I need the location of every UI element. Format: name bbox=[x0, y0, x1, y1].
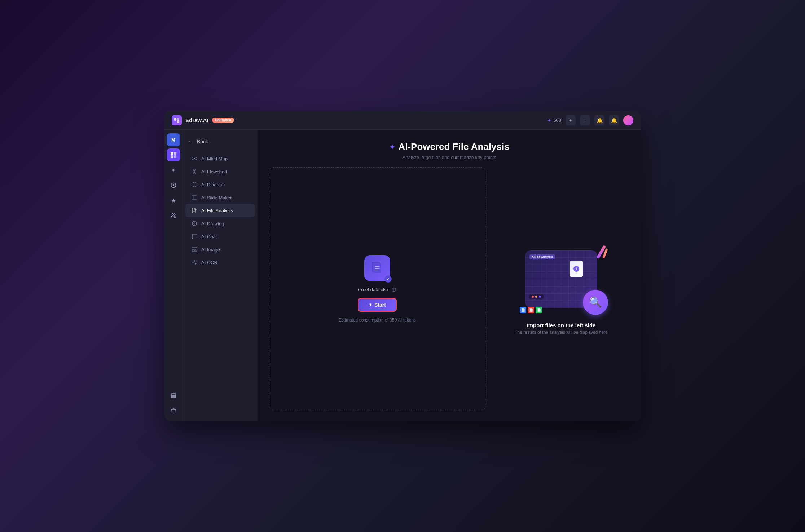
topbar: Edraw.AI Unlimited ✦ 500 + ↑ 🔔 🔔 bbox=[164, 111, 641, 130]
nav-item-ai-drawing[interactable]: AI Drawing bbox=[185, 217, 255, 230]
nav-item-ai-mind-map[interactable]: AI Mind Map bbox=[185, 152, 255, 165]
ai-ocr-icon bbox=[191, 259, 198, 266]
sidebar-icon-star[interactable]: ★ bbox=[167, 194, 180, 207]
app-logo bbox=[172, 115, 182, 125]
preview-subtitle: The results of the analysis will be disp… bbox=[515, 330, 607, 335]
svg-rect-0 bbox=[174, 118, 176, 121]
ai-diagram-icon bbox=[191, 181, 198, 188]
illus-doc-icon: + bbox=[570, 261, 583, 277]
content-panels: ✓ excel data.xlsx 🗑 ✦ Start Estimated co… bbox=[258, 167, 641, 421]
filename-row: excel data.xlsx 🗑 bbox=[358, 287, 396, 292]
filename-text: excel data.xlsx bbox=[358, 287, 389, 292]
nav-label-ai-drawing: AI Drawing bbox=[201, 221, 224, 226]
svg-rect-42 bbox=[373, 263, 381, 273]
svg-rect-4 bbox=[174, 152, 176, 155]
nav-label-ai-mind-map: AI Mind Map bbox=[201, 156, 228, 161]
notification-button[interactable]: 🔔 bbox=[594, 115, 604, 125]
preview-illustration: AI File Analysis + bbox=[514, 243, 608, 315]
ai-drawing-icon bbox=[191, 220, 198, 227]
svg-rect-2 bbox=[177, 118, 179, 120]
svg-rect-37 bbox=[195, 260, 197, 262]
user-initial-button[interactable]: M bbox=[167, 133, 180, 146]
nav-label-ai-diagram: AI Diagram bbox=[201, 182, 225, 187]
ai-flowchart-icon bbox=[191, 168, 198, 175]
dot-red bbox=[532, 296, 534, 298]
svg-line-21 bbox=[195, 159, 196, 160]
topbar-left: Edraw.AI Unlimited bbox=[172, 115, 234, 125]
file-icon-wrapper: ✓ bbox=[364, 255, 390, 281]
bell-button[interactable]: 🔔 bbox=[609, 115, 619, 125]
dot-orange bbox=[535, 296, 537, 298]
unlimited-badge: Unlimited bbox=[212, 118, 234, 123]
preview-title: Import files on the left side bbox=[515, 322, 607, 328]
ai-mind-map-icon bbox=[191, 155, 198, 162]
nav-item-ai-slide-maker[interactable]: AI Slide Maker bbox=[185, 191, 255, 204]
sidebar-icon-ai-tools[interactable] bbox=[167, 148, 180, 161]
page-subtitle: Analyze large files and summarize key po… bbox=[265, 155, 633, 160]
svg-line-18 bbox=[193, 158, 194, 159]
svg-rect-36 bbox=[192, 260, 194, 262]
ai-chat-icon bbox=[191, 233, 198, 240]
sidebar-icon-clock[interactable] bbox=[167, 179, 180, 192]
svg-rect-10 bbox=[171, 394, 176, 395]
svg-point-8 bbox=[172, 214, 173, 216]
svg-rect-23 bbox=[193, 173, 195, 174]
svg-marker-25 bbox=[194, 172, 195, 172]
nav-item-ai-chat[interactable]: AI Chat bbox=[185, 230, 255, 243]
illus-doc-plus-icon: + bbox=[573, 266, 579, 272]
svg-rect-11 bbox=[171, 395, 176, 397]
file-dot-blue: 📄 bbox=[520, 307, 526, 313]
nav-label-ai-file-analysis: AI File Analysis bbox=[201, 208, 233, 213]
icon-sidebar: M ✦ ★ bbox=[164, 130, 182, 421]
title-text: AI-Powered File Analysis bbox=[398, 141, 509, 152]
svg-rect-6 bbox=[174, 155, 176, 158]
nav-item-ai-flowchart[interactable]: AI Flowchart bbox=[185, 165, 255, 178]
user-avatar[interactable] bbox=[623, 115, 633, 125]
back-button[interactable]: ← Back bbox=[182, 136, 258, 148]
svg-point-32 bbox=[192, 221, 197, 226]
nav-sidebar: ← Back AI Mi bbox=[182, 130, 258, 421]
preview-panel: AI File Analysis + bbox=[493, 167, 630, 410]
page-title: ✦ AI-Powered File Analysis bbox=[265, 141, 633, 152]
file-check-icon: ✓ bbox=[384, 275, 392, 283]
svg-point-33 bbox=[194, 223, 195, 224]
svg-rect-29 bbox=[192, 208, 195, 213]
svg-rect-12 bbox=[171, 397, 176, 398]
content-area: ✦ AI-Powered File Analysis Analyze large… bbox=[258, 130, 641, 421]
title-sparkle-icon: ✦ bbox=[389, 143, 395, 151]
svg-point-16 bbox=[192, 159, 193, 160]
svg-rect-34 bbox=[192, 247, 197, 252]
upload-panel[interactable]: ✓ excel data.xlsx 🗑 ✦ Start Estimated co… bbox=[269, 167, 485, 410]
file-dot-red: 📄 bbox=[528, 307, 534, 313]
token-icon: ✦ bbox=[547, 118, 551, 123]
ai-image-icon bbox=[191, 246, 198, 253]
token-number: 500 bbox=[553, 118, 561, 123]
nav-label-ai-slide-maker: AI Slide Maker bbox=[201, 195, 232, 200]
ai-file-analysis-icon bbox=[191, 207, 198, 214]
start-button-icon: ✦ bbox=[369, 302, 372, 307]
illus-files-row: 📄 📄 📄 bbox=[520, 307, 542, 313]
sidebar-icon-sparkle[interactable]: ✦ bbox=[167, 164, 180, 177]
svg-marker-26 bbox=[192, 182, 197, 187]
content-header: ✦ AI-Powered File Analysis Analyze large… bbox=[258, 130, 641, 167]
preview-text-block: Import files on the left side The result… bbox=[515, 322, 607, 335]
ai-slide-maker-icon bbox=[191, 194, 198, 201]
share-button[interactable]: ↑ bbox=[580, 115, 590, 125]
svg-point-15 bbox=[196, 157, 197, 158]
illus-label: AI File Analysis bbox=[529, 254, 555, 259]
sidebar-icon-stack[interactable] bbox=[167, 389, 180, 402]
sidebar-icon-trash[interactable] bbox=[167, 404, 180, 417]
nav-item-ai-file-analysis[interactable]: AI File Analysis bbox=[185, 204, 255, 217]
svg-point-17 bbox=[196, 159, 197, 160]
start-button[interactable]: ✦ Start bbox=[358, 298, 397, 312]
delete-file-icon[interactable]: 🗑 bbox=[392, 287, 396, 292]
add-button[interactable]: + bbox=[566, 115, 576, 125]
app-window: Edraw.AI Unlimited ✦ 500 + ↑ 🔔 🔔 M bbox=[164, 111, 641, 421]
sidebar-icon-people[interactable] bbox=[167, 209, 180, 222]
topbar-right: ✦ 500 + ↑ 🔔 🔔 bbox=[547, 115, 633, 125]
nav-item-ai-ocr[interactable]: AI OCR bbox=[185, 256, 255, 269]
nav-item-ai-image[interactable]: AI Image bbox=[185, 243, 255, 256]
svg-rect-38 bbox=[192, 263, 194, 265]
nav-item-ai-diagram[interactable]: AI Diagram bbox=[185, 178, 255, 191]
nav-label-ai-flowchart: AI Flowchart bbox=[201, 169, 227, 174]
